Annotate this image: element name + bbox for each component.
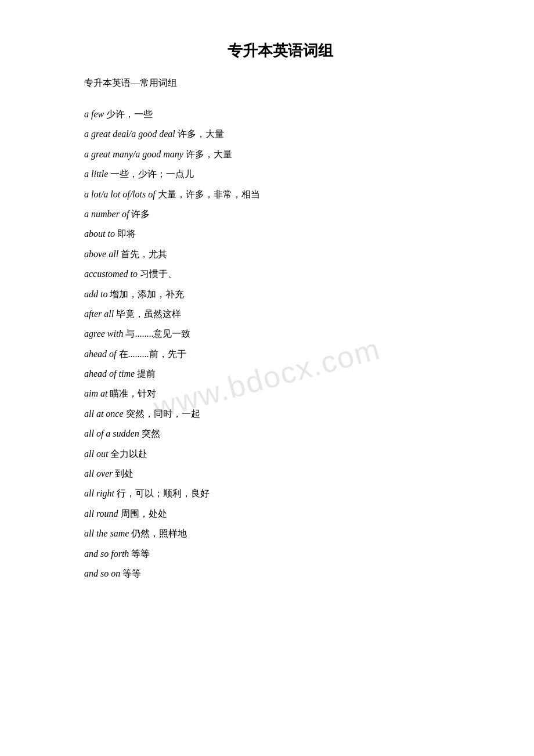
entry-phrase: all the same: [84, 528, 129, 538]
entry-meaning: 等等: [120, 568, 141, 578]
list-item: after all 毕竟，虽然这样: [84, 305, 476, 323]
entry-phrase: aim at: [84, 388, 107, 398]
entries-list: a few 少许，一些a great deal/a good deal 许多，大…: [84, 106, 476, 582]
entry-phrase: a little: [84, 169, 108, 179]
entry-phrase: about to: [84, 229, 115, 239]
entry-meaning: 在.........前，先于: [117, 349, 186, 359]
list-item: all of a sudden 突然: [84, 425, 476, 442]
list-item: all out 全力以赴: [84, 445, 476, 463]
entry-meaning: 行，可以；顺利，良好: [114, 488, 210, 498]
list-item: all the same 仍然，照样地: [84, 525, 476, 542]
list-item: aim at 瞄准，针对: [84, 385, 476, 402]
entry-meaning: 突然: [139, 429, 160, 438]
entry-phrase: agree with: [84, 329, 123, 339]
list-item: accustomed to 习惯于、: [84, 265, 476, 283]
entry-meaning: 许多: [129, 209, 150, 219]
entry-meaning: 习惯于、: [138, 269, 177, 279]
entry-meaning: 瞄准，针对: [107, 388, 156, 398]
entry-phrase: a number of: [84, 209, 129, 219]
entry-meaning: 突然，同时，一起: [124, 409, 200, 419]
page-title: 专升本英语词组: [84, 41, 476, 61]
entry-meaning: 全力以赴: [108, 449, 147, 459]
entry-meaning: 仍然，照样地: [129, 528, 187, 538]
entry-meaning: 即将: [115, 229, 136, 239]
entry-phrase: all out: [84, 449, 108, 459]
list-item: ahead of time 提前: [84, 365, 476, 383]
entry-meaning: 毕竟，虽然这样: [114, 309, 181, 319]
entry-meaning: 少许，一些: [104, 109, 153, 119]
entry-phrase: a lot/a lot of/lots of: [84, 189, 156, 199]
entry-meaning: 许多，大量: [175, 129, 224, 139]
entry-phrase: after all: [84, 309, 114, 319]
entry-meaning: 等等: [129, 549, 150, 559]
entry-phrase: and so forth: [84, 549, 129, 559]
entry-phrase: a few: [84, 109, 104, 119]
list-item: a number of 许多: [84, 206, 476, 223]
list-item: about to 即将: [84, 225, 476, 243]
list-item: and so on 等等: [84, 565, 476, 582]
list-item: all over 到处: [84, 465, 476, 483]
list-item: all round 周围，处处: [84, 505, 476, 523]
entry-meaning: 与........意见一致: [123, 329, 190, 339]
list-item: a few 少许，一些: [84, 106, 476, 123]
list-item: above all 首先，尤其: [84, 246, 476, 263]
subtitle: 专升本英语—常用词组: [84, 77, 476, 89]
entry-meaning: 增加，添加，补充: [107, 289, 184, 299]
entry-meaning: 首先，尤其: [118, 249, 167, 259]
entry-meaning: 提前: [135, 369, 156, 379]
entry-phrase: and so on: [84, 568, 120, 578]
entry-phrase: accustomed to: [84, 269, 138, 279]
entry-phrase: all over: [84, 469, 113, 478]
entry-phrase: all right: [84, 488, 114, 498]
entry-phrase: above all: [84, 249, 118, 259]
list-item: a great many/a good many 许多，大量: [84, 146, 476, 163]
entry-phrase: a great deal/a good deal: [84, 129, 175, 139]
list-item: a little 一些，少许；一点儿: [84, 165, 476, 183]
list-item: and so forth 等等: [84, 545, 476, 563]
entry-meaning: 许多，大量: [183, 149, 232, 159]
entry-phrase: a great many/a good many: [84, 149, 183, 159]
entry-meaning: 周围，处处: [118, 509, 167, 519]
entry-phrase: all of a sudden: [84, 429, 139, 438]
entry-meaning: 大量，许多，非常，相当: [156, 189, 260, 199]
list-item: add to 增加，添加，补充: [84, 286, 476, 303]
entry-phrase: add to: [84, 289, 107, 299]
entry-meaning: 到处: [113, 469, 134, 478]
entry-phrase: ahead of: [84, 349, 117, 359]
entry-phrase: all round: [84, 509, 118, 519]
list-item: a lot/a lot of/lots of 大量，许多，非常，相当: [84, 186, 476, 203]
entry-phrase: ahead of time: [84, 369, 135, 379]
list-item: agree with 与........意见一致: [84, 325, 476, 343]
entry-meaning: 一些，少许；一点儿: [108, 169, 194, 179]
list-item: all at once 突然，同时，一起: [84, 405, 476, 423]
list-item: ahead of 在.........前，先于: [84, 345, 476, 363]
list-item: all right 行，可以；顺利，良好: [84, 485, 476, 502]
list-item: a great deal/a good deal 许多，大量: [84, 125, 476, 143]
entry-phrase: all at once: [84, 409, 124, 419]
